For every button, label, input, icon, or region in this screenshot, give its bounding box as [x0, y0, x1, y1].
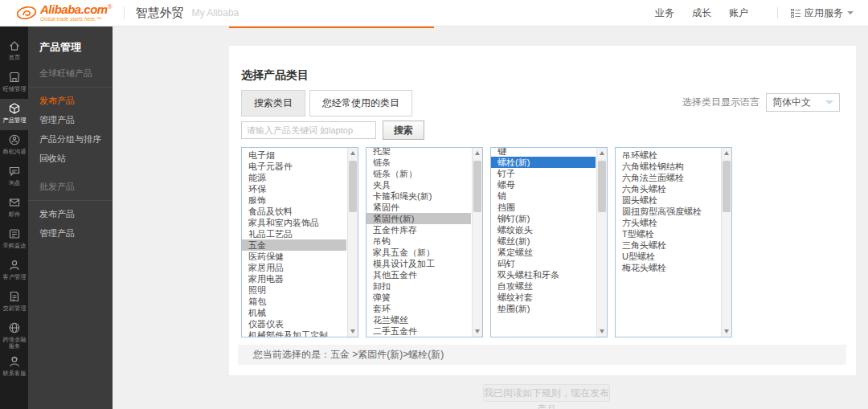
category-option[interactable]: 螺纹衬套	[491, 292, 596, 303]
search-input[interactable]	[241, 121, 376, 139]
scroll-up-icon[interactable]	[724, 151, 729, 155]
language-dropdown[interactable]: 简体中文	[766, 93, 840, 112]
scrollbar[interactable]	[347, 148, 358, 337]
category-option[interactable]: 箱包	[242, 296, 346, 307]
category-option[interactable]: 梅花头螺栓	[616, 262, 720, 273]
sidebar-item[interactable]: 邮件	[0, 193, 28, 224]
category-option[interactable]: 吊钩	[366, 235, 471, 247]
product-menu-item[interactable]: 产品分组与排序	[28, 129, 113, 149]
category-option[interactable]: 六角法兰面螺栓	[616, 172, 720, 183]
category-option[interactable]: 圆头螺栓	[616, 194, 720, 206]
category-option[interactable]: 家具和室内装饰品	[242, 217, 346, 228]
category-listbox[interactable]: 键 螺栓(新) 钉子 螺母 销 挡圈 铆钉(新) 螺纹嵌头	[490, 147, 608, 337]
scrollbar-thumb[interactable]	[598, 161, 606, 212]
alibaba-logo[interactable]: Alibaba.com® Global trade starts here.™	[16, 3, 113, 22]
category-option[interactable]: U型螺栓	[616, 251, 720, 262]
header-nav-item[interactable]: 业务	[655, 6, 674, 20]
category-option[interactable]: 紧固件	[366, 202, 471, 213]
category-option[interactable]: 家居用品	[242, 262, 346, 273]
category-option[interactable]: 礼品工艺品	[242, 228, 346, 239]
category-option[interactable]: 挡圈	[491, 202, 596, 213]
category-option[interactable]: 其他五金件	[366, 269, 471, 280]
category-option[interactable]: 链条（新）	[366, 168, 471, 179]
category-option[interactable]: 花兰螺丝	[366, 314, 471, 325]
category-tab[interactable]: 您经常使用的类目	[309, 90, 412, 117]
category-option[interactable]: 螺栓(新)	[491, 157, 596, 168]
scroll-up-icon[interactable]	[600, 151, 604, 155]
category-option[interactable]: 螺纹嵌头	[491, 224, 596, 235]
category-option[interactable]: 电子烟	[242, 149, 346, 161]
category-option[interactable]: 紧定螺丝	[491, 247, 596, 258]
category-option[interactable]: 吊环螺栓	[616, 149, 720, 161]
category-option[interactable]: 销	[491, 190, 596, 202]
scrollbar[interactable]	[721, 148, 731, 337]
sidebar-item[interactable]: 客户管理	[0, 256, 28, 287]
scroll-down-icon[interactable]	[350, 329, 355, 333]
category-option[interactable]: 模具设计及加工	[366, 258, 471, 269]
product-menu-item[interactable]: 管理产品	[28, 223, 113, 243]
category-option[interactable]: 六角螺栓钢结构	[616, 161, 720, 172]
category-listbox[interactable]: 托架 链条 链条（新） 夹具 卡箍和绳夹(新) 紧固件 紧固件(新) 五金件库	[366, 147, 483, 337]
category-option[interactable]: 六角头螺栓	[616, 183, 720, 194]
category-option[interactable]: 螺丝(新)	[491, 235, 596, 247]
category-option[interactable]: 服饰	[242, 194, 346, 206]
sidebar-item[interactable]: 跨境金融服务	[0, 318, 28, 352]
category-option[interactable]: 套环	[366, 303, 471, 314]
scrollbar-thumb[interactable]	[349, 161, 357, 212]
scrollbar[interactable]	[596, 148, 607, 337]
category-option[interactable]: 二手五金件	[366, 325, 471, 337]
category-option[interactable]: 卡箍和绳夹(新)	[366, 190, 471, 202]
header-nav-item[interactable]: 成长	[692, 6, 711, 20]
category-option[interactable]: 五金件库存	[366, 224, 471, 235]
category-option[interactable]: 螺母	[491, 179, 596, 190]
sidebar-item[interactable]: 旺铺管理	[0, 67, 28, 99]
category-option[interactable]: 五金	[242, 239, 346, 251]
product-menu-item[interactable]: 发布产品	[28, 88, 113, 110]
category-option[interactable]: 托架	[366, 147, 471, 157]
category-option[interactable]: 弹簧	[366, 292, 471, 303]
scroll-down-icon[interactable]	[475, 329, 480, 333]
category-option[interactable]: 键	[491, 147, 596, 157]
category-option[interactable]: 双头螺柱和牙条	[491, 269, 596, 280]
category-listbox[interactable]: 吊环螺栓 六角螺栓钢结构 六角法兰面螺栓 六角头螺栓 圆头螺栓 圆扭剪型高强度螺…	[615, 147, 732, 337]
sidebar-item[interactable]: 商机沟通	[0, 130, 28, 162]
category-option[interactable]: 自攻螺丝	[491, 280, 596, 292]
category-option[interactable]: 铆钉(新)	[491, 213, 596, 224]
scroll-up-icon[interactable]	[350, 151, 355, 155]
scrollbar-thumb[interactable]	[723, 161, 731, 212]
category-option[interactable]: 夹具	[366, 179, 471, 190]
category-option[interactable]: 机械部件及加工定制	[242, 329, 346, 337]
category-tab[interactable]: 搜索类目	[241, 90, 305, 117]
category-option[interactable]: 码钉	[491, 258, 596, 269]
app-services-button[interactable]: 应用服务	[791, 6, 854, 20]
category-option[interactable]: 机械	[242, 307, 346, 318]
product-menu-item[interactable]: 发布产品	[28, 201, 113, 223]
header-nav-item[interactable]: 账户	[729, 6, 748, 20]
category-option[interactable]: 紧固件(新)	[366, 213, 471, 224]
category-option[interactable]: 方头螺栓	[616, 217, 720, 228]
category-option[interactable]: T型螺栓	[616, 228, 720, 239]
category-option[interactable]: 环保	[242, 183, 346, 194]
category-option[interactable]: 电子元器件	[242, 161, 346, 172]
scroll-up-icon[interactable]	[475, 151, 480, 155]
category-option[interactable]: 家具五金（新）	[366, 247, 471, 258]
category-listbox[interactable]: 电子烟 电子元器件 能源 环保 服饰 食品及饮料 家具和室内装饰品 礼品工艺品	[241, 147, 358, 337]
product-menu-item[interactable]: 管理产品	[28, 110, 113, 129]
category-option[interactable]: 家用电器	[242, 273, 346, 284]
scrollbar[interactable]	[472, 148, 482, 337]
scroll-down-icon[interactable]	[600, 329, 604, 333]
category-option[interactable]: 仪器仪表	[242, 318, 346, 329]
category-option[interactable]: 食品及饮料	[242, 206, 346, 217]
category-option[interactable]: 医药保健	[242, 251, 346, 262]
category-option[interactable]: 能源	[242, 172, 346, 183]
scrollbar-thumb[interactable]	[473, 161, 481, 212]
publish-product-button[interactable]: 我已阅读如下规则，现在发布产品	[483, 384, 610, 402]
sidebar-item[interactable]: 首页	[0, 36, 28, 67]
search-button[interactable]: 搜索	[383, 121, 424, 140]
category-option[interactable]: 链条	[366, 157, 471, 168]
sidebar-item[interactable]: 产品管理	[0, 99, 28, 130]
category-option[interactable]: 三角头螺栓	[616, 239, 720, 251]
sidebar-item[interactable]: 交易管理	[0, 287, 28, 318]
sidebar-item[interactable]: 询盘	[0, 162, 28, 193]
category-option[interactable]: 圆扭剪型高强度螺栓	[616, 206, 720, 217]
